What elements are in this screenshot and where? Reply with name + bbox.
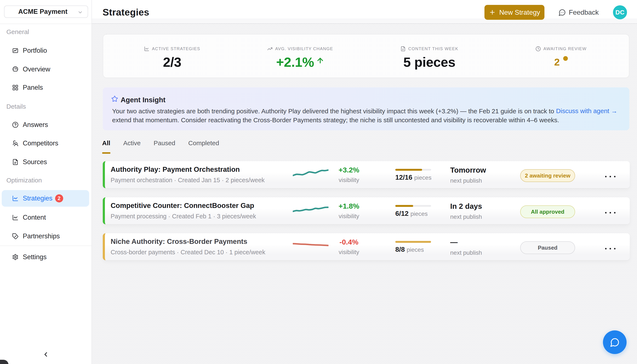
- sidebar-collapse-button[interactable]: [42, 351, 49, 358]
- sparkline-chart: [293, 241, 328, 250]
- new-strategy-button[interactable]: New Strategy: [484, 5, 544, 20]
- menu-dot-icon: [609, 212, 611, 214]
- pieces-count: 8/8 pieces: [395, 246, 424, 254]
- card-menu-button[interactable]: [603, 163, 618, 190]
- insight-body: Your two active strategies are both tren…: [112, 107, 563, 124]
- tab-all[interactable]: All: [102, 140, 110, 147]
- stat-label-row: CONTENT THIS WEEK: [400, 46, 458, 52]
- sidebar-item-portfolio[interactable]: Portfolio: [7, 42, 86, 59]
- tab-paused[interactable]: Paused: [154, 140, 175, 147]
- tab-active[interactable]: Active: [123, 140, 141, 147]
- card-menu-button[interactable]: [603, 199, 618, 226]
- visibility-change: -0.4%: [326, 238, 372, 246]
- stat-content-this-week: CONTENT THIS WEEK5 pieces: [376, 34, 482, 78]
- sidebar-item-label: Competitors: [23, 140, 58, 147]
- menu-dot-icon: [605, 248, 606, 250]
- sidebar-item-label: Strategies: [23, 194, 53, 202]
- strategy-card[interactable]: Competitive Counter: ConnectBooster GapP…: [103, 197, 630, 224]
- menu-dot-icon: [614, 248, 615, 250]
- chart-line-icon: [12, 195, 19, 202]
- new-strategy-label: New Strategy: [499, 8, 540, 16]
- stat-value-row: 2: [554, 54, 568, 70]
- sparkline-chart: [293, 205, 328, 214]
- visibility-label: visibility: [326, 249, 372, 256]
- portfolio-chart-icon: [12, 48, 19, 54]
- tag-icon: [12, 233, 19, 240]
- stat-value-row: 2/3: [163, 54, 181, 70]
- stat-value: 5 pieces: [403, 54, 455, 70]
- next-publish-label: next publish: [450, 250, 482, 256]
- sidebar-item-sources[interactable]: Sources: [7, 154, 86, 170]
- chevron-left-icon: [42, 351, 49, 358]
- insight-title: Agent Insight: [121, 96, 166, 104]
- bottom-corner-shape: [0, 360, 9, 364]
- visibility-block: -0.4%visibility: [326, 233, 372, 260]
- workspace-selector[interactable]: ACME Payment: [4, 6, 88, 18]
- sidebar: ACME Payment GeneralPortfolioOverviewPan…: [0, 0, 92, 364]
- pieces-progress-fill: [395, 169, 422, 171]
- strategy-card[interactable]: Authority Play: Payment OrchestrationPay…: [103, 161, 630, 188]
- pieces-progress-fill: [395, 241, 431, 243]
- message-circle-icon: [610, 338, 620, 347]
- strategy-title: Authority Play: Payment Orchestration: [111, 166, 240, 174]
- nav-section-label: General: [7, 28, 29, 36]
- sidebar-item-label: Sources: [23, 158, 47, 166]
- sidebar-item-strategies[interactable]: Strategies2: [2, 190, 89, 207]
- stat-awaiting-review: AWAITING REVIEW2: [508, 34, 614, 78]
- feedback-button[interactable]: Feedback: [558, 8, 599, 16]
- file-icon: [12, 159, 19, 165]
- strategies-count-badge: 2: [55, 194, 63, 202]
- pieces-progress-bar: [395, 241, 431, 243]
- sidebar-item-content[interactable]: Content: [7, 209, 86, 226]
- pieces-word: pieces: [410, 210, 428, 217]
- stat-label-row: AVG. VISIBILITY CHANGE: [267, 46, 333, 52]
- clock-icon: [535, 46, 541, 52]
- stat-label: AVG. VISIBILITY CHANGE: [275, 46, 333, 51]
- stat-value-row: +2.1%: [276, 54, 324, 70]
- pieces-text: 8/8: [395, 246, 405, 253]
- star-icon: [111, 96, 118, 102]
- sidebar-item-competitors[interactable]: Competitors: [7, 135, 86, 152]
- sidebar-item-settings[interactable]: Settings: [7, 249, 86, 265]
- clock-icon: [535, 46, 541, 52]
- plus-icon: [489, 9, 496, 16]
- sidebar-item-label: Partnerships: [23, 232, 60, 240]
- chart-line-icon: [12, 195, 19, 202]
- sidebar-item-overview[interactable]: Overview: [7, 61, 86, 78]
- sidebar-item-panels[interactable]: Panels: [7, 79, 86, 96]
- trending-up-icon: [267, 46, 273, 52]
- visibility-change: +1.8%: [326, 202, 372, 210]
- pieces-count: 6/12 pieces: [395, 210, 428, 218]
- status-badge[interactable]: 2 awaiting review: [520, 169, 575, 182]
- next-publish-value: In 2 days: [450, 202, 482, 210]
- strategy-card[interactable]: Niche Authority: Cross-Border PaymentsCr…: [103, 233, 630, 260]
- pieces-progress-fill: [395, 205, 413, 207]
- pieces-progress-bar: [395, 169, 431, 171]
- pieces-progress-bar: [395, 205, 431, 207]
- sidebar-item-label: Content: [23, 214, 46, 221]
- card-menu-button[interactable]: [603, 235, 618, 262]
- users-icon: [12, 140, 19, 146]
- stat-label: CONTENT THIS WEEK: [408, 46, 458, 51]
- help-circle-icon: [12, 122, 19, 128]
- visibility-block: +1.8%visibility: [326, 197, 372, 224]
- sidebar-item-answers[interactable]: Answers: [7, 116, 86, 133]
- strategy-filter-tabs: AllActivePausedCompleted: [102, 140, 219, 147]
- avatar[interactable]: DC: [613, 5, 627, 19]
- stat-value: 2/3: [163, 54, 181, 70]
- tab-completed[interactable]: Completed: [188, 140, 219, 147]
- chevron-down-icon: [78, 10, 83, 15]
- sidebar-item-partnerships[interactable]: Partnerships: [7, 228, 86, 244]
- grid-icon: [12, 84, 19, 91]
- stat-active-strategies: ACTIVE STRATEGIES2/3: [119, 34, 225, 78]
- strategy-meta: Payment processing · Created Feb 1 · 3 p…: [111, 213, 256, 220]
- portfolio-chart-icon: [12, 48, 19, 54]
- status-badge[interactable]: Paused: [520, 241, 575, 254]
- discuss-with-agent-link[interactable]: Discuss with agent →: [556, 107, 617, 114]
- chat-fab-button[interactable]: [603, 330, 626, 354]
- menu-dot-icon: [609, 248, 611, 250]
- menu-dot-icon: [605, 212, 606, 214]
- stat-label-row: ACTIVE STRATEGIES: [144, 46, 200, 52]
- next-publish-value: Tomorrow: [450, 166, 486, 174]
- status-badge[interactable]: All approved: [520, 206, 575, 218]
